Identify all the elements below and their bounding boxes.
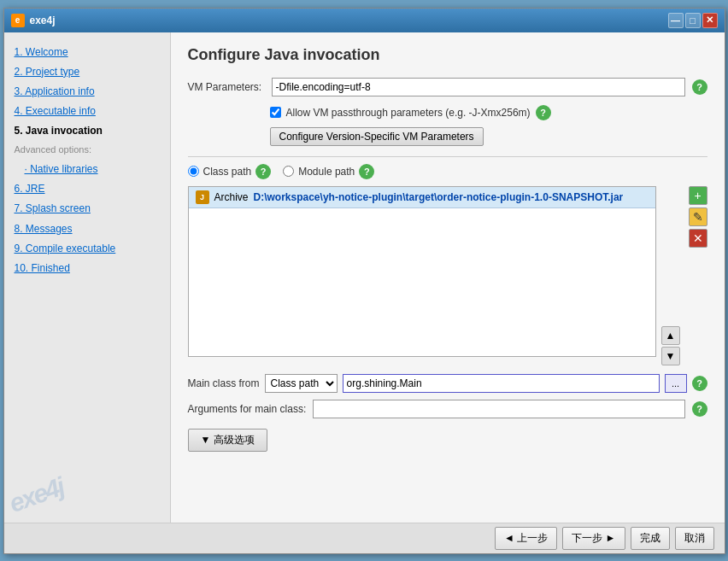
- delete-entry-button[interactable]: ✕: [689, 229, 707, 248]
- content-area: Configure Java invocation VM Parameters:…: [171, 32, 725, 523]
- class-path-radio[interactable]: [188, 166, 199, 177]
- args-input[interactable]: [313, 400, 684, 418]
- sidebar-item-welcome[interactable]: 1. Welcome: [11, 43, 163, 62]
- main-class-dropdown[interactable]: Class path: [265, 374, 338, 393]
- cancel-button[interactable]: 取消: [675, 527, 714, 550]
- sidebar-item-messages[interactable]: 8. Messages: [11, 219, 163, 239]
- sidebar-item-native-libraries[interactable]: · Native libraries: [11, 160, 163, 179]
- main-class-input[interactable]: [343, 374, 660, 393]
- classpath-entry-value: D:\workspace\yh-notice-plugin\target\ord…: [254, 191, 624, 203]
- sidebar-item-java-invocation[interactable]: 5. Java invocation: [11, 121, 163, 141]
- app-icon: e: [11, 14, 25, 27]
- classpath-panel: J Archive D:\workspace\yh-notice-plugin\…: [188, 186, 656, 357]
- sidebar-item-splash-screen[interactable]: 7. Splash screen: [11, 199, 163, 219]
- module-path-help-icon[interactable]: ?: [359, 164, 374, 179]
- title-bar-left: e exe4j: [11, 14, 56, 27]
- arrow-buttons: ▲ ▼: [661, 326, 680, 365]
- sidebar-item-finished[interactable]: 10. Finished: [11, 259, 163, 278]
- title-bar: e exe4j — □ ✕: [4, 9, 725, 32]
- advanced-options-row: ▼ 高级选项: [188, 429, 707, 452]
- maximize-button[interactable]: □: [685, 13, 701, 28]
- allow-passthrough-row: Allow VM passthrough parameters (e.g. -J…: [270, 105, 707, 120]
- class-path-help-icon[interactable]: ?: [255, 164, 271, 179]
- allow-passthrough-label: Allow VM passthrough parameters (e.g. -J…: [286, 107, 531, 119]
- move-down-button[interactable]: ▼: [661, 347, 680, 365]
- classpath-entry[interactable]: J Archive D:\workspace\yh-notice-plugin\…: [189, 187, 655, 208]
- sidebar-item-jre[interactable]: 6. JRE: [11, 179, 163, 199]
- module-path-label: Module path: [298, 166, 355, 178]
- sidebar-item-project-type[interactable]: 2. Project type: [11, 62, 163, 82]
- sidebar-item-advanced-options: Advanced options:: [11, 141, 163, 160]
- main-class-row: Main class from Class path ... ?: [188, 374, 707, 393]
- class-path-label: Class path: [203, 166, 252, 178]
- advanced-options-button[interactable]: ▼ 高级选项: [188, 429, 267, 452]
- sidebar-item-application-info[interactable]: 3. Application info: [11, 82, 163, 102]
- vm-parameters-help-icon[interactable]: ?: [692, 79, 707, 95]
- sidebar-item-compile-executable[interactable]: 9. Compile executable: [11, 239, 163, 259]
- path-radio-row: Class path ? Module path ?: [188, 164, 707, 179]
- edit-entry-button[interactable]: ✎: [689, 207, 707, 226]
- bottom-bar: ◄ 上一步 下一步 ► 完成 取消: [4, 523, 725, 553]
- module-path-radio[interactable]: [283, 166, 294, 177]
- class-path-option: Class path ?: [188, 164, 272, 179]
- main-class-help-icon[interactable]: ?: [692, 376, 707, 391]
- vm-parameters-label: VM Parameters:: [188, 81, 265, 93]
- sidebar-watermark: exe4j: [5, 471, 68, 517]
- configure-vm-btn-row: Configure Version-Specific VM Parameters: [270, 127, 707, 146]
- vm-parameters-input[interactable]: [272, 78, 685, 96]
- window-title: exe4j: [30, 15, 56, 26]
- back-button[interactable]: ◄ 上一步: [495, 527, 557, 550]
- main-class-from-label: Main class from: [188, 377, 260, 389]
- args-help-icon[interactable]: ?: [692, 401, 707, 417]
- sidebar: 1. Welcome 2. Project type 3. Applicatio…: [4, 32, 171, 523]
- vm-parameters-row: VM Parameters: ?: [188, 78, 707, 96]
- page-title: Configure Java invocation: [188, 46, 707, 64]
- main-window: e exe4j — □ ✕ 1. Welcome 2. Project type…: [3, 8, 725, 554]
- add-entry-button[interactable]: +: [689, 186, 707, 205]
- title-bar-controls: — □ ✕: [668, 13, 718, 28]
- minimize-button[interactable]: —: [668, 13, 684, 28]
- args-label: Arguments for main class:: [188, 403, 307, 415]
- main-content: 1. Welcome 2. Project type 3. Applicatio…: [4, 32, 725, 523]
- finish-button[interactable]: 完成: [631, 527, 670, 550]
- classpath-entry-type: Archive: [214, 191, 249, 203]
- jar-icon: J: [196, 190, 209, 204]
- browse-button[interactable]: ...: [665, 374, 687, 393]
- close-button[interactable]: ✕: [702, 13, 718, 28]
- sidebar-item-executable-info[interactable]: 4. Executable info: [11, 102, 163, 121]
- module-path-option: Module path ?: [283, 164, 374, 179]
- allow-passthrough-checkbox[interactable]: [270, 107, 281, 118]
- next-button[interactable]: 下一步 ►: [562, 527, 625, 550]
- allow-passthrough-help-icon[interactable]: ?: [536, 105, 551, 120]
- args-row: Arguments for main class: ?: [188, 400, 707, 418]
- move-up-button[interactable]: ▲: [661, 326, 680, 345]
- configure-vm-button[interactable]: Configure Version-Specific VM Parameters: [270, 127, 484, 146]
- divider: [188, 156, 707, 157]
